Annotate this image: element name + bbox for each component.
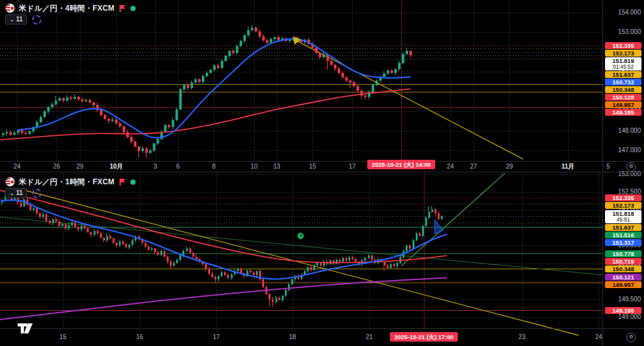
trading-chart-app: 米ドル／円・4時間・FXCM ⌄ 11 米ドル／円・1時間・FXCM ⌄ 11 — [0, 0, 644, 346]
loading-spinner-icon — [32, 15, 42, 25]
red-flag-icon[interactable] — [118, 4, 126, 13]
chevron-down-icon: ⌄ — [9, 189, 14, 197]
symbol-title: 米ドル／円・4時間・FXCM — [19, 3, 114, 14]
price-badge: 151.637 — [605, 224, 641, 231]
price-label: 153.000 — [618, 29, 641, 35]
time-axis-1h[interactable]: 151617182123242025-10-21 (火) 17:00 — [0, 328, 644, 346]
time-tick: 6 — [176, 162, 180, 171]
loading-spinner-icon — [32, 189, 42, 198]
price-badge: 150.128 — [605, 94, 641, 101]
time-tick: 29 — [76, 162, 83, 171]
price-badge: 151.516 — [605, 232, 641, 238]
time-tick: 23 — [518, 329, 525, 345]
price-badge: 150.348 — [605, 86, 641, 93]
price-badge: 149.957 — [605, 281, 641, 288]
objects-count-button[interactable]: ⌄ 11 — [5, 188, 27, 198]
objects-count: 11 — [16, 189, 23, 197]
time-tick: 8 — [212, 162, 216, 171]
price-badge: 150.121 — [605, 274, 641, 281]
time-tick: 21 — [365, 329, 372, 345]
time-tick: 24 — [13, 162, 20, 171]
price-badge: 149.185 — [605, 307, 641, 314]
time-tick: 15 — [309, 162, 316, 171]
market-open-status-icon — [130, 6, 136, 11]
time-tick: 16 — [136, 329, 143, 345]
price-axis[interactable]: 154.000153.000151.000149.000148.000147.0… — [602, 0, 644, 346]
red-flag-icon[interactable] — [118, 178, 126, 186]
time-tick: 27 — [470, 162, 477, 171]
bar-countdown: 45:51 — [605, 217, 641, 223]
time-tick: 15 — [59, 329, 66, 345]
price-badge: 149.185 — [605, 109, 641, 116]
price-badge: 151.637 — [605, 71, 641, 78]
candlestick-chart-4h[interactable] — [0, 0, 602, 171]
price-label: 147.000 — [618, 147, 641, 153]
crosshair-time-badge: 2025-10-21 (火) 14:00 — [367, 160, 435, 169]
price-badge: 150.778 — [605, 250, 641, 257]
symbol-header-4h[interactable]: 米ドル／円・4時間・FXCM — [5, 3, 136, 13]
time-tick: 24 — [595, 329, 602, 345]
price-badge: 152.173 — [605, 202, 641, 209]
price-label: 148.000 — [618, 128, 641, 134]
time-tick: 17 — [348, 162, 355, 171]
last-price-badge: 151.81901:45:52 — [605, 57, 641, 70]
object-tree-row-4h: ⌄ 11 — [5, 14, 42, 25]
time-tick: 13 — [273, 162, 280, 171]
grid-lines — [0, 0, 602, 161]
grid-lines — [0, 171, 602, 328]
axis-settings-icon[interactable]: ⚙ — [626, 162, 636, 172]
descending-trendline — [296, 40, 523, 159]
market-open-status-icon — [130, 179, 136, 185]
object-tree-row-1h: ⌄ 11 — [5, 188, 42, 198]
price-badge: 149.957 — [605, 101, 641, 108]
time-tick: 29 — [506, 162, 513, 171]
bar-countdown: 01:45:52 — [605, 64, 641, 70]
price-badge: 152.335 — [605, 194, 641, 201]
price-badge: 151.317 — [605, 239, 641, 246]
ma-fast-blue — [1, 200, 447, 279]
price-badge: 150.732 — [605, 79, 641, 86]
price-badge: 150.719 — [605, 258, 641, 265]
time-tick: 5 — [606, 162, 610, 171]
price-badge: 152.173 — [605, 50, 641, 57]
time-tick: 18 — [289, 329, 296, 345]
usd-jpy-flag-icon — [5, 3, 15, 13]
ascending-trendline — [401, 173, 505, 266]
ma-long-purple — [0, 278, 447, 320]
price-badge: 152.335 — [605, 42, 641, 49]
objects-count: 11 — [16, 16, 23, 23]
time-tick: 10月 — [109, 162, 123, 171]
time-tick: 11月 — [562, 162, 575, 171]
symbol-header-1h[interactable]: 米ドル／円・1時間・FXCM — [5, 177, 136, 187]
time-tick: 17 — [213, 329, 219, 345]
price-label: 149.000 — [618, 314, 641, 320]
usd-jpy-flag-icon — [5, 177, 15, 187]
axis-settings-icon[interactable]: ⚙ — [626, 333, 636, 342]
chevron-down-icon: ⌄ — [9, 16, 14, 23]
time-tick: 10 — [250, 162, 257, 171]
time-axis-4h[interactable]: 24262910月3681013151724272911月52025-10-21… — [0, 161, 644, 172]
objects-count-button[interactable]: ⌄ 11 — [5, 14, 27, 25]
candlestick-chart-1h[interactable] — [0, 171, 602, 346]
time-tick: 3 — [153, 162, 157, 171]
price-badge: 150.348 — [605, 265, 641, 272]
price-label: 154.000 — [618, 9, 641, 16]
time-tick: 24 — [447, 162, 453, 171]
crosshair-time-badge: 2025-10-21 (火) 17:00 — [390, 332, 458, 342]
price-label: 149.500 — [618, 296, 641, 303]
last-price-badge: 151.81845:51 — [605, 210, 641, 223]
ma-slow-red — [0, 89, 410, 140]
tradingview-logo[interactable] — [16, 321, 42, 335]
triangle-drawing — [435, 220, 443, 234]
time-tick: 26 — [53, 162, 60, 171]
symbol-title: 米ドル／円・1時間・FXCM — [19, 177, 114, 187]
